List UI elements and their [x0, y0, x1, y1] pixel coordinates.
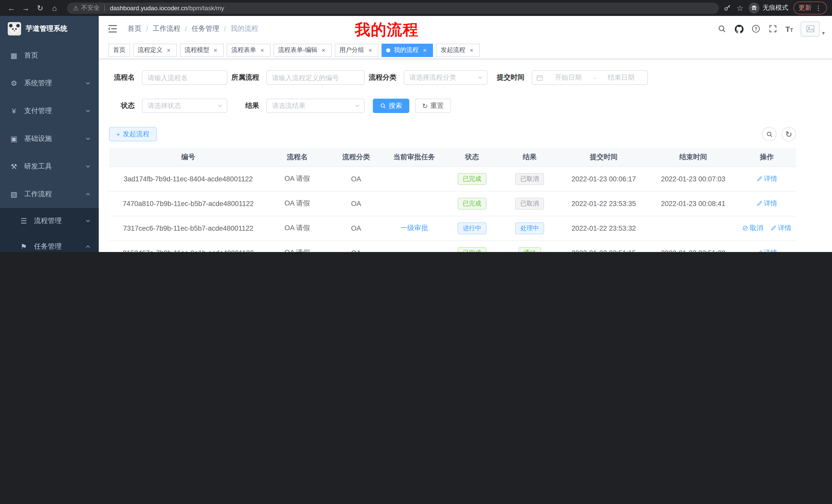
- bookmark-star-icon[interactable]: ☆: [737, 3, 744, 12]
- chevron-down-icon: [85, 81, 90, 86]
- close-icon[interactable]: ×: [367, 47, 374, 54]
- detail-link[interactable]: 详情: [756, 174, 777, 184]
- app-logo-icon: [8, 22, 21, 35]
- reset-button[interactable]: ↻ 重置: [415, 99, 451, 113]
- browser-forward-icon[interactable]: →: [20, 2, 32, 14]
- filter-row-2: 状态 请选择状态 结果 请选流结果: [109, 99, 832, 113]
- gear-icon: ⚙: [10, 79, 18, 87]
- breadcrumb-home[interactable]: 首页: [128, 24, 141, 33]
- detail-link[interactable]: 详情: [756, 199, 777, 208]
- address-bar[interactable]: ⚠ 不安全 dashboard.yudao.iocoder.cn /bpm/ta…: [67, 2, 719, 13]
- refresh-icon: ↻: [422, 102, 428, 110]
- tab-my-process[interactable]: 我的流程×: [382, 44, 433, 57]
- sidebar-item-payment[interactable]: ¥ 支付管理: [0, 97, 99, 125]
- sidebar-item-task-management[interactable]: ⚑ 任务管理: [0, 234, 99, 252]
- cell-result: 处理中: [501, 216, 558, 241]
- font-size-icon[interactable]: TT: [785, 24, 793, 33]
- close-icon[interactable]: ×: [259, 47, 266, 54]
- tab-process-form-edit[interactable]: 流程表单-编辑×: [274, 44, 332, 57]
- close-icon[interactable]: ×: [320, 47, 327, 54]
- close-icon[interactable]: ×: [421, 47, 428, 54]
- result-badge: 已取消: [515, 173, 544, 185]
- breadcrumb-separator: /: [146, 25, 148, 33]
- main-area: 首页 / 工作流程 / 任务管理 / 我的流程 我的流程: [99, 16, 832, 252]
- status-badge: 已完成: [458, 198, 487, 209]
- svg-text:?: ?: [755, 26, 757, 32]
- category-label: 流程分类: [365, 73, 396, 82]
- tab-process-form[interactable]: 流程表单×: [227, 44, 270, 57]
- sidebar-item-infrastructure[interactable]: ▣ 基础设施: [0, 125, 99, 152]
- search-icon[interactable]: [717, 24, 727, 33]
- plus-icon: +: [116, 130, 120, 138]
- sidebar-item-process-management[interactable]: ☰ 流程管理: [0, 208, 99, 234]
- col-submit-time: 提交时间: [558, 148, 649, 166]
- chevron-down-icon: [85, 108, 90, 114]
- browser-menu-icon[interactable]: ⋮: [815, 4, 822, 12]
- result-badge: 处理中: [515, 222, 544, 234]
- refresh-table-button[interactable]: ↻: [782, 127, 796, 141]
- sidebar-item-workflow[interactable]: ▧ 工作流程: [0, 180, 99, 208]
- tab-process-model[interactable]: 流程模型×: [180, 44, 224, 57]
- update-label[interactable]: 更新: [799, 4, 811, 12]
- avatar[interactable]: [801, 21, 820, 36]
- cell-submit-time: 2022-01-22 23:53:32: [558, 216, 649, 241]
- breadcrumb-workflow[interactable]: 工作流程: [153, 24, 181, 33]
- close-icon[interactable]: ×: [165, 47, 172, 54]
- sidebar-item-home[interactable]: ▦ 首页: [0, 41, 99, 69]
- result-label: 结果: [227, 101, 259, 110]
- key-icon[interactable]: [723, 4, 731, 12]
- process-name-input[interactable]: [142, 71, 227, 85]
- cell-id: 3ad174fb-7b9d-11ec-8404-acde48001122: [109, 166, 267, 191]
- toggle-search-button[interactable]: [762, 127, 777, 141]
- process-definition-input[interactable]: [266, 71, 365, 85]
- tab-start-process[interactable]: 发起流程×: [436, 44, 480, 57]
- cell-result: 已取消: [501, 191, 558, 216]
- col-status: 状态: [443, 148, 501, 166]
- list-icon: ☰: [20, 217, 28, 225]
- security-label[interactable]: 不安全: [81, 4, 100, 12]
- sidebar-item-label: 工作流程: [24, 190, 52, 199]
- sidebar-item-devtools[interactable]: ⚒ 研发工具: [0, 152, 99, 180]
- category-select[interactable]: 请选择流程分类: [404, 71, 488, 85]
- start-date-placeholder: 开始日期: [546, 73, 591, 82]
- chevron-up-icon: [85, 192, 90, 197]
- tab-user-group[interactable]: 用户分组×: [335, 44, 379, 57]
- browser-home-icon[interactable]: ⌂: [48, 2, 61, 14]
- browser-update-chip[interactable]: 更新 ⋮: [794, 2, 827, 15]
- cancel-link[interactable]: 取消: [742, 223, 763, 233]
- close-icon[interactable]: ×: [468, 47, 475, 54]
- submit-time-label: 提交时间: [488, 73, 524, 82]
- detail-link[interactable]: 详情: [756, 248, 777, 252]
- tab-process-definition[interactable]: 流程定义×: [133, 44, 177, 57]
- result-badge: 已取消: [515, 198, 544, 209]
- cell-category: OA: [327, 191, 385, 216]
- date-range-picker[interactable]: 开始日期 - 结束日期: [532, 71, 648, 85]
- close-icon[interactable]: ×: [212, 47, 219, 54]
- browser-reload-icon[interactable]: ↻: [34, 2, 46, 14]
- detail-link[interactable]: 详情: [770, 223, 791, 233]
- search-button[interactable]: 搜索: [373, 99, 409, 113]
- start-process-button[interactable]: + 发起流程: [109, 127, 157, 141]
- browser-actions: ☆ 无痕模式 更新 ⋮: [723, 2, 827, 15]
- sidebar-item-system[interactable]: ⚙ 系统管理: [0, 69, 99, 97]
- user-menu[interactable]: ▾: [801, 21, 825, 36]
- table-toolbar: + 发起流程 ↻: [109, 127, 796, 141]
- sidebar-toggle-icon[interactable]: [108, 24, 118, 34]
- app-logo-row[interactable]: 芋道管理系统: [0, 16, 99, 41]
- status-select[interactable]: 请选择状态: [142, 99, 227, 113]
- result-select[interactable]: 请选流结果: [266, 99, 365, 113]
- table-header-row: 编号 流程名 流程分类 当前审批任务 状态 结果 提交时间 结束时间 操作: [109, 148, 796, 166]
- tab-home[interactable]: 首页: [108, 44, 130, 57]
- fullscreen-icon[interactable]: [768, 24, 778, 33]
- cell-end-time: 2022-01-23 00:08:41: [649, 191, 737, 216]
- cell-actions: 详情: [737, 191, 796, 216]
- help-icon[interactable]: ?: [751, 24, 760, 33]
- breadcrumb-current: 我的流程: [231, 24, 258, 33]
- browser-back-icon[interactable]: ←: [5, 2, 18, 14]
- col-end-time: 结束时间: [649, 148, 737, 166]
- incognito-badge: 无痕模式: [749, 3, 788, 13]
- github-icon[interactable]: [734, 24, 744, 33]
- table-row: 3ad174fb-7b9d-11ec-8404-acde48001122 OA …: [109, 166, 796, 191]
- breadcrumb-task-management[interactable]: 任务管理: [191, 24, 219, 33]
- table-row: 7470a810-7b9b-11ec-b5b7-acde48001122 OA …: [109, 191, 796, 216]
